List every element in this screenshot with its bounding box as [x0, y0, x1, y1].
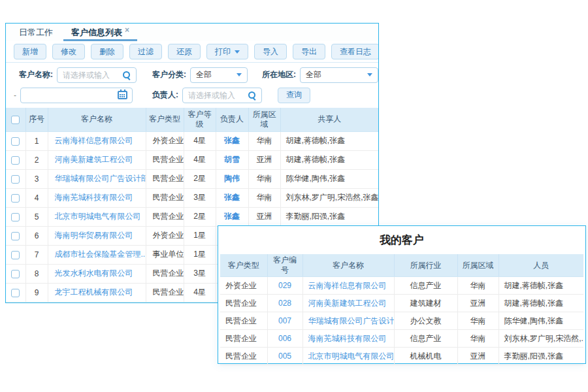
cell-owner: 胡雪: [216, 150, 248, 169]
owner-input[interactable]: [182, 88, 262, 103]
owner-link[interactable]: 胡雪: [224, 155, 240, 164]
toolbar-button[interactable]: 还原: [168, 44, 201, 59]
cell-region: 华南: [248, 169, 280, 188]
name-link[interactable]: 华瑞城有限公司广告设计部: [308, 316, 395, 325]
customer-name-label: 客户名称:: [19, 69, 53, 80]
cell-name: 河南美新建筑工程公司: [302, 295, 394, 312]
name-link[interactable]: 云南海祥信息有限公司: [308, 281, 387, 290]
name-link[interactable]: 海南明华贸易有限公司: [55, 231, 133, 240]
code-link[interactable]: 029: [278, 281, 291, 290]
toolbar-button-label: 新增: [22, 46, 38, 57]
row-checkbox[interactable]: [11, 213, 20, 221]
row-checkbox[interactable]: [11, 137, 20, 146]
code-link[interactable]: 006: [278, 334, 291, 343]
cell-type: 外资企业: [146, 226, 184, 245]
table-row[interactable]: 民营企业028河南美新建筑工程公司建筑建材亚洲胡建,蒋德帧,张鑫: [220, 295, 583, 312]
column-header-name: 客户名称: [302, 254, 394, 277]
search-icon[interactable]: [248, 91, 257, 100]
cell-type: 外资企业: [146, 131, 184, 150]
table-row[interactable]: 3华瑞城有限公司广告设计部民营企业2星陶伟华南陈华健,陶伟,张鑫: [6, 169, 378, 188]
cell-type: 民营企业: [146, 150, 184, 169]
cell-no: 6: [25, 226, 48, 245]
cell-people: 胡建,蒋德帧,张鑫: [498, 295, 583, 312]
column-header-type: 客户类型: [220, 254, 267, 277]
name-link[interactable]: 北京市明城电气有限公司: [308, 351, 395, 361]
select-all-checkbox[interactable]: [11, 116, 20, 124]
row-checkbox[interactable]: [11, 175, 20, 184]
owner-link[interactable]: 张鑫: [224, 193, 240, 202]
cell-region: 亚洲: [248, 207, 280, 226]
name-link[interactable]: 成都市社会保险基金管理...: [55, 250, 146, 259]
calendar-icon[interactable]: [118, 91, 127, 99]
code-link[interactable]: 005: [278, 351, 291, 361]
cell-checkbox: [6, 207, 25, 226]
code-link[interactable]: 007: [278, 316, 291, 325]
toolbar-button[interactable]: 查看日志: [331, 44, 379, 59]
table-row[interactable]: 4海南芜城科技有限公司民营企业3星张鑫华南刘东林,罗广明,宋浩然,张鑫: [6, 188, 378, 207]
name-link[interactable]: 龙宇工程机械有限公司: [55, 287, 133, 297]
cell-level: 1星: [184, 245, 216, 264]
row-checkbox[interactable]: [11, 289, 20, 297]
district-select[interactable]: 全部: [300, 67, 378, 83]
cell-level: 2星: [184, 169, 216, 188]
table-row[interactable]: 民营企业006海南芜城科技有限公司信息产业华南刘东林,罗广明,宋浩然,...: [220, 330, 583, 348]
toolbar-button[interactable]: 删除: [91, 44, 123, 59]
category-select[interactable]: 全部: [190, 67, 248, 83]
cell-industry: 机械机电: [394, 348, 457, 365]
toolbar-button[interactable]: 新增: [14, 44, 46, 59]
owner-link[interactable]: 陶伟: [224, 174, 240, 183]
tab-customer-info-list[interactable]: 客户信息列表×: [62, 24, 139, 41]
toolbar-button[interactable]: 打印: [206, 44, 248, 59]
cell-no: 2: [25, 150, 48, 169]
name-link[interactable]: 海南芜城科技有限公司: [55, 193, 133, 202]
customer-table-header: 序号客户名称客户类型客户等级负责人所属区域共享人: [6, 108, 378, 131]
cell-industry: 建筑建材: [394, 295, 457, 312]
customer-name-field[interactable]: [57, 69, 122, 82]
toolbar-button[interactable]: 导出: [293, 44, 325, 59]
table-row[interactable]: 外资企业029云南海祥信息有限公司信息产业华南胡建,蒋德帧,张鑫: [220, 277, 583, 295]
owner-link[interactable]: 张鑫: [224, 212, 240, 221]
customer-name-input[interactable]: [57, 67, 137, 83]
row-checkbox[interactable]: [11, 156, 20, 165]
table-row[interactable]: 民营企业007华瑞城有限公司广告设计部办公文教华南陈华健,陶伟,张鑫: [220, 312, 583, 330]
date-field[interactable]: [21, 89, 118, 102]
toolbar-button[interactable]: 导入: [254, 44, 287, 59]
row-checkbox[interactable]: [11, 251, 20, 259]
code-link[interactable]: 028: [278, 299, 291, 308]
owner-field[interactable]: [183, 89, 248, 102]
cell-shared: 胡建,蒋德帧,张鑫: [280, 150, 378, 169]
table-row[interactable]: 民营企业005北京市明城电气有限公司机械机电亚洲李勤丽,阳强,张鑫: [220, 348, 583, 365]
toolbar-button[interactable]: 修改: [52, 44, 85, 59]
name-link[interactable]: 河南美新建筑工程公司: [308, 299, 387, 308]
date-input[interactable]: [20, 88, 133, 103]
cell-level: 2星: [184, 207, 216, 226]
close-icon[interactable]: ×: [125, 26, 129, 34]
name-link[interactable]: 云南海祥信息有限公司: [55, 136, 133, 145]
tab-daily-work[interactable]: 日常工作: [10, 24, 62, 41]
cell-owner: 张鑫: [216, 188, 248, 207]
cell-no: 8: [25, 264, 48, 283]
toolbar-button[interactable]: 过滤: [129, 44, 162, 59]
cell-checkbox: [6, 245, 25, 264]
search-icon[interactable]: [122, 71, 131, 80]
active-tab-underline: [63, 39, 137, 41]
name-link[interactable]: 河南美新建筑工程公司: [55, 155, 133, 164]
cell-type: 事业单位: [146, 245, 184, 264]
name-link[interactable]: 光发水利水电有限公司: [55, 269, 133, 278]
name-link[interactable]: 海南芜城科技有限公司: [308, 334, 387, 343]
cell-code: 005: [267, 348, 302, 365]
category-value: 全部: [196, 69, 212, 80]
cell-level: 4星: [184, 131, 216, 150]
table-row[interactable]: 2河南美新建筑工程公司民营企业4星胡雪亚洲胡建,蒋德帧,张鑫: [6, 150, 378, 169]
name-link[interactable]: 华瑞城有限公司广告设计部: [55, 174, 146, 183]
search-button[interactable]: 查询: [278, 88, 310, 103]
table-row[interactable]: 1云南海祥信息有限公司外资企业4星张鑫华南胡建,蒋德帧,张鑫: [6, 131, 378, 150]
cell-industry: 办公文教: [394, 312, 457, 330]
name-link[interactable]: 北京市明城电气有限公司: [55, 212, 141, 221]
table-row[interactable]: 5北京市明城电气有限公司民营企业2星张鑫亚洲李勤丽,阳强,张鑫: [6, 207, 378, 226]
row-checkbox[interactable]: [11, 194, 20, 203]
row-checkbox[interactable]: [11, 270, 20, 278]
owner-link[interactable]: 张鑫: [224, 136, 240, 145]
cell-no: 4: [25, 188, 48, 207]
row-checkbox[interactable]: [11, 232, 20, 240]
